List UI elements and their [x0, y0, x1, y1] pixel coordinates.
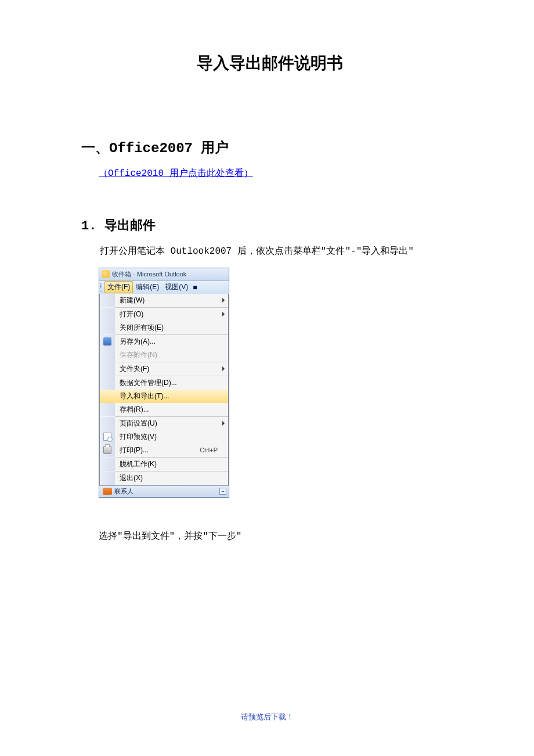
file-menu-dropdown: 新建(W) 打开(O) 关闭所有项(E) 另存为(A)...	[99, 294, 229, 485]
outlook-titlebar: 收件箱 - Microsoft Outlook	[99, 268, 229, 281]
menu-item-data-file-management[interactable]: 数据文件管理(D)...	[100, 376, 228, 390]
print-shortcut: Ctrl+P	[200, 447, 228, 453]
outlook-window: 收件箱 - Microsoft Outlook 文件(F) 编辑(E) 视图(V…	[99, 268, 229, 498]
menu-view[interactable]: 视图(V)	[162, 281, 191, 293]
paragraph-instruction-1: 打开公用笔记本 Outlook2007 后，依次点击菜单栏"文件"-"导入和导出…	[81, 244, 459, 260]
menu-item-close-all[interactable]: 关闭所有项(E)	[100, 321, 228, 334]
menu-item-save-as[interactable]: 另存为(A)...	[100, 335, 228, 348]
outlook-title-text: 收件箱 - Microsoft Outlook	[112, 270, 186, 279]
menu-item-print-preview[interactable]: 打印预览(V)	[100, 430, 228, 444]
contacts-label: 联系人	[114, 487, 134, 496]
menu-item-archive[interactable]: 存档(R)...	[100, 403, 228, 416]
subsection-heading-export: 1. 导出邮件	[81, 217, 459, 234]
menu-item-new[interactable]: 新建(W)	[100, 294, 228, 307]
toolbar-handle-icon	[100, 283, 102, 291]
menu-item-offline[interactable]: 脱机工作(K)	[100, 458, 228, 471]
document-title: 导入导出邮件说明书	[81, 52, 459, 74]
nav-pane-contacts[interactable]: 联系人 –	[99, 485, 229, 497]
paragraph-instruction-2: 选择"导出到文件"，并按"下一步"	[99, 530, 459, 545]
menu-item-open[interactable]: 打开(O)	[100, 308, 228, 321]
menu-item-exit[interactable]: 退出(X)	[100, 471, 228, 485]
save-icon	[103, 337, 111, 345]
chevron-right-icon	[222, 366, 225, 371]
contacts-icon	[103, 488, 112, 495]
menu-file[interactable]: 文件(F)	[104, 281, 133, 293]
menu-item-import-export[interactable]: 导入和导出(T)...	[100, 390, 228, 403]
page-footer: 请预览后下载！	[0, 712, 534, 722]
outlook-menubar: 文件(F) 编辑(E) 视图(V) ■	[99, 281, 229, 294]
menu-item-page-setup[interactable]: 页面设置(U)	[100, 417, 228, 430]
menu-more[interactable]: ■	[191, 282, 199, 293]
outlook-app-icon	[102, 270, 110, 278]
link-office2010[interactable]: （Office2010 用户点击此处查看）	[99, 167, 253, 179]
outlook-screenshot: 收件箱 - Microsoft Outlook 文件(F) 编辑(E) 视图(V…	[99, 268, 459, 498]
menu-item-folder[interactable]: 文件夹(F)	[100, 362, 228, 376]
printer-icon	[103, 446, 111, 454]
chevron-right-icon	[222, 298, 225, 303]
section-heading-office2007: 一、Office2007 用户	[81, 138, 459, 157]
menu-item-print[interactable]: 打印(P)... Ctrl+P	[100, 444, 228, 457]
chevron-right-icon	[222, 421, 225, 426]
menu-item-save-attachment: 保存附件(N)	[100, 348, 228, 362]
chevron-right-icon	[222, 312, 225, 316]
print-preview-icon	[103, 433, 111, 441]
collapse-toggle[interactable]: –	[219, 488, 226, 495]
menu-edit[interactable]: 编辑(E)	[133, 281, 162, 293]
